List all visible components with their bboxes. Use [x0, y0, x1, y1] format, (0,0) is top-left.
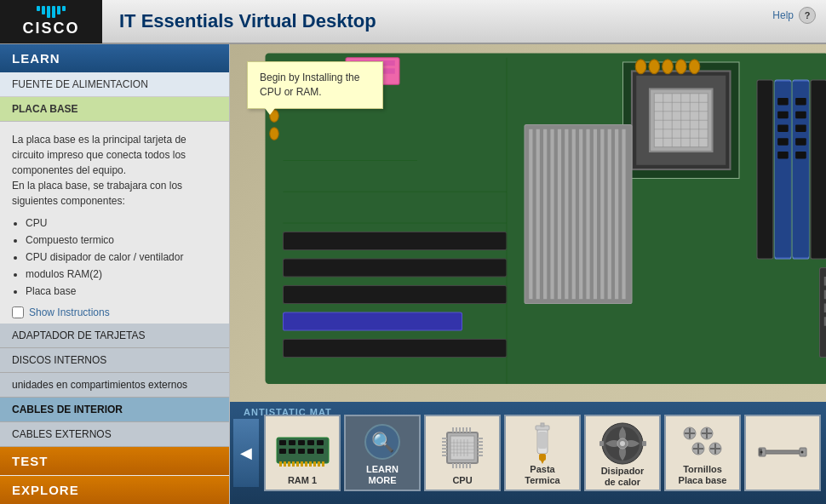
- svg-rect-78: [279, 440, 286, 445]
- svg-rect-23: [777, 98, 789, 105]
- svg-rect-81: [307, 440, 314, 445]
- svg-rect-36: [543, 129, 547, 300]
- sidebar-item-cables-externos[interactable]: CABLES EXTERNOS: [0, 422, 229, 447]
- learn-more-icon: 🔍: [364, 421, 402, 464]
- component-learn-more[interactable]: 🔍 LEARNMORE: [344, 415, 421, 491]
- svg-rect-107: [442, 451, 447, 453]
- test-header[interactable]: TEST: [0, 447, 229, 475]
- svg-rect-83: [279, 449, 286, 454]
- svg-rect-17: [757, 80, 773, 259]
- svg-rect-104: [442, 441, 447, 443]
- sidebar-item-fuente[interactable]: FUENTE DE ALIMENTACION: [0, 72, 229, 97]
- tornillos-label: TornillosPlaca base: [679, 464, 727, 486]
- learn-icon-svg: 🔍: [364, 423, 402, 461]
- disipador-svg: [599, 421, 646, 466]
- cpu-svg: [440, 426, 485, 470]
- svg-point-55: [663, 60, 674, 74]
- show-instructions-toggle[interactable]: Show Instructions: [0, 301, 229, 324]
- svg-rect-50: [284, 286, 508, 304]
- svg-rect-84: [289, 449, 295, 454]
- list-item-compuesto: Compuesto termico: [26, 232, 217, 248]
- svg-rect-24: [777, 112, 789, 118]
- svg-rect-25: [777, 125, 789, 132]
- nav-left-button[interactable]: ◀: [233, 419, 259, 487]
- component-cpu[interactable]: CPU: [424, 415, 501, 491]
- svg-point-60: [270, 128, 279, 140]
- components-strip: RAM 1 🔍 LEARNMORE: [259, 415, 826, 491]
- svg-rect-146: [599, 441, 604, 446]
- svg-rect-87: [317, 449, 324, 454]
- svg-point-54: [649, 60, 660, 74]
- svg-rect-113: [478, 451, 483, 453]
- svg-rect-40: [572, 129, 576, 300]
- tooltip: Begin by Installing the CPU or RAM.: [247, 61, 383, 109]
- help-button[interactable]: ?: [799, 7, 816, 24]
- svg-rect-85: [298, 449, 305, 454]
- svg-rect-29: [795, 112, 806, 118]
- svg-rect-21: [775, 82, 791, 257]
- svg-rect-97: [318, 461, 320, 467]
- sidebar-item-adaptador[interactable]: ADAPTADOR DE TARJETAS: [0, 324, 229, 348]
- svg-rect-49: [284, 259, 508, 277]
- instructions-checkbox[interactable]: [12, 306, 24, 318]
- svg-rect-105: [442, 444, 447, 446]
- right-panel: Begin by Installing the CPU or RAM.: [230, 44, 826, 504]
- svg-rect-120: [469, 427, 471, 432]
- sidebar-item-placa[interactable]: PLACA BASE: [0, 97, 229, 122]
- tornillos-svg: [680, 423, 726, 461]
- component-ram1[interactable]: RAM 1: [264, 415, 341, 491]
- svg-rect-88: [279, 461, 282, 467]
- cisco-wordmark: CISCO: [22, 20, 79, 37]
- bar1: [37, 6, 40, 11]
- svg-rect-122: [456, 463, 457, 468]
- sidebar-item-discos[interactable]: DISCOS INTERNOS: [0, 348, 229, 373]
- pasta-svg: [525, 421, 559, 464]
- svg-rect-35: [536, 129, 540, 300]
- list-item-placa: Placa base: [26, 284, 217, 299]
- svg-rect-140: [541, 423, 544, 427]
- svg-rect-119: [466, 427, 467, 432]
- svg-rect-43: [594, 129, 597, 300]
- main-layout: LEARN FUENTE DE ALIMENTACION PLACA BASE …: [0, 44, 826, 504]
- component-cable[interactable]: [744, 415, 821, 491]
- svg-point-164: [760, 450, 763, 453]
- svg-rect-147: [642, 441, 646, 446]
- sidebar: LEARN FUENTE DE ALIMENTACION PLACA BASE …: [0, 44, 230, 504]
- bar5: [57, 6, 60, 14]
- svg-rect-46: [615, 129, 618, 300]
- svg-rect-96: [313, 461, 316, 467]
- svg-rect-93: [301, 461, 303, 467]
- svg-rect-82: [317, 440, 324, 445]
- placa-description: La placa base es la principal tarjeta de…: [12, 132, 217, 209]
- svg-rect-44: [600, 129, 604, 300]
- svg-rect-91: [292, 461, 295, 467]
- svg-rect-89: [284, 461, 286, 467]
- instructions-label: Show Instructions: [29, 306, 110, 318]
- component-pasta[interactable]: PastaTermica: [504, 415, 581, 491]
- app-title: IT Essentials Virtual Desktop: [119, 10, 826, 32]
- svg-rect-109: [478, 438, 483, 439]
- svg-rect-38: [558, 129, 561, 300]
- bottom-strip: ANTISTATIC MAT ◀: [230, 402, 826, 504]
- svg-rect-112: [478, 448, 483, 450]
- ram1-label: RAM 1: [288, 475, 317, 486]
- svg-rect-27: [777, 152, 789, 158]
- help-text: Help: [772, 9, 794, 21]
- motherboard-view: Begin by Installing the CPU or RAM.: [230, 44, 826, 402]
- component-disipador[interactable]: Disipadorde calor: [584, 415, 661, 491]
- svg-point-145: [620, 441, 625, 446]
- explore-header[interactable]: EXPLORE: [0, 476, 229, 504]
- svg-rect-48: [284, 232, 508, 250]
- list-item-disipador: CPU disipador de calor / ventilador: [26, 249, 217, 265]
- list-item-ram: modulos RAM(2): [26, 266, 217, 282]
- svg-rect-108: [442, 455, 447, 456]
- sidebar-item-cables-interior[interactable]: CABLES DE INTERIOR: [0, 398, 229, 422]
- bar4: [52, 6, 55, 18]
- svg-text:🔍: 🔍: [370, 431, 394, 454]
- bar3: [47, 6, 50, 18]
- component-tornillos[interactable]: TornillosPlaca base: [664, 415, 741, 491]
- svg-point-165: [801, 450, 804, 453]
- sidebar-item-unidades[interactable]: unidades en compartimientos externos: [0, 373, 229, 398]
- svg-rect-79: [289, 440, 295, 445]
- svg-rect-121: [452, 463, 454, 468]
